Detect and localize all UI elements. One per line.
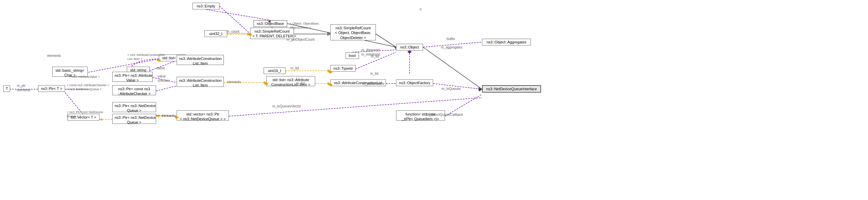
- node-std-list-attributeconstructionlistitem: std::list< ns3::AttributeConstructionLis…: [266, 76, 315, 86]
- svg-line-7: [376, 34, 396, 47]
- diagram-container: ns3::Empty ns3::ObjectBase uint32_t ns3:…: [0, 0, 868, 200]
- node-simplerefcount-t: ns3::SimpleRefCount< T, PARENT, DELETER …: [250, 28, 294, 39]
- node-ns3-ptr-attributevalue: ns3::Ptr< ns3::AttributeValue >: [112, 72, 153, 82]
- label-ns3-attributeconstruction-listitem: < ns3::AttributeConstructionList::Item >: [127, 53, 165, 61]
- edges-svg: [0, 0, 868, 200]
- label-m-aggregates: m_aggregates: [441, 45, 462, 49]
- label-m-selectqueuecallback: m_selectQueueCallback: [426, 113, 463, 116]
- label-elements-mid: elements: [227, 80, 241, 84]
- label-elements-right: elements: [162, 114, 176, 118]
- label-m-txqueues: m_txQueues: [442, 87, 461, 91]
- node-uint16-t: uint16_t: [264, 67, 286, 74]
- label-const-attributechecker: < const ns3::AttributeChecker >< ns3::Ne…: [67, 84, 109, 91]
- label-m-count: m_count: [227, 30, 239, 33]
- node-ns3-ptr-t: ns3::Ptr< T >: [38, 85, 65, 92]
- node-ns3-netdevicequeueinterface: ns3::NetDeviceQueueInterface: [482, 85, 541, 93]
- node-ns3-typeid: ns3::TypeId: [330, 65, 356, 72]
- label-m-list: m_list: [296, 81, 305, 85]
- svg-marker-24: [328, 82, 330, 85]
- label-object-objectbase: < Object, ObjectBase,ObjectDeleter >: [290, 22, 320, 30]
- svg-marker-6: [328, 33, 330, 35]
- svg-marker-8: [393, 45, 396, 49]
- svg-marker-21: [328, 69, 330, 72]
- node-ns3-object-aggregates: ns3::Object::Aggregates: [482, 39, 531, 45]
- svg-marker-4: [247, 33, 250, 36]
- node-ns3-empty: ns3::Empty: [192, 3, 219, 9]
- decorators-svg: [0, 0, 868, 200]
- label-m-ptr-elements: m_ptrelements: [17, 84, 31, 92]
- svg-marker-19: [264, 81, 266, 84]
- node-ns3-objectbase: ns3::ObjectBase: [253, 20, 287, 27]
- svg-line-0: [206, 9, 270, 20]
- node-ns3-ptr-netdevicequeue2: ns3::Ptr< ns3::NetDeviceQueue >: [112, 114, 156, 124]
- node-simplerefcount-object: ns3::SimpleRefCount< Object, ObjectBase,…: [330, 24, 376, 40]
- node-T: T: [3, 85, 10, 92]
- svg-marker-50: [479, 88, 482, 91]
- svg-line-17: [156, 86, 177, 91]
- node-ns3-ptr-const-attributechecker: ns3::Ptr< const ns3::AttributeChecker >: [112, 85, 156, 95]
- node-uint32-t: uint32_t: [204, 30, 227, 37]
- node-ns3-object: ns3::Object: [396, 44, 423, 51]
- label-m-getobjectcount: m_getObjectCount: [287, 38, 315, 41]
- label-m-tid-2: m_tid: [291, 66, 299, 70]
- label-m-tid-1: m_tid: [371, 55, 379, 58]
- svg-marker-28: [479, 87, 482, 92]
- label-m-parameters: m_parameters: [362, 82, 384, 86]
- label-m-tid-3: m_tid: [370, 72, 378, 75]
- label-elements-left: elements: [47, 54, 61, 58]
- label-value-checker: valuechecker: [158, 74, 170, 83]
- label-m-txqueuesvector: m_txQueuesVector: [272, 104, 301, 108]
- label-n: n: [420, 7, 422, 11]
- node-bool: bool: [346, 52, 359, 59]
- label-attributevalue: < ns3::AttributeValue >: [69, 75, 100, 78]
- label-name: name: [156, 66, 165, 70]
- svg-marker-41: [99, 118, 102, 121]
- label-ptr-netdevicequeue: < ns3::Ptr< ns3::NetDeviceQueue > >: [67, 110, 103, 118]
- node-attributeconstructionlist-item: ns3::AttributeConstructionList::Item: [177, 55, 224, 65]
- node-attributeconstructionlist-item2: ns3::AttributeConstructionList::Item: [177, 77, 224, 87]
- node-std-vector-ns3ptr-netdevicequeue: std::vector< ns3::Ptr< ns3::NetDeviceQue…: [177, 110, 229, 121]
- svg-marker-33: [156, 115, 159, 118]
- label-buffer: buffer: [447, 37, 455, 41]
- node-ns3-objectfactory: ns3::ObjectFactory: [396, 79, 433, 86]
- svg-marker-49: [408, 51, 412, 53]
- node-ns3-ptr-netdevicequeue: ns3::Ptr< ns3::NetDeviceQueue >: [112, 102, 156, 112]
